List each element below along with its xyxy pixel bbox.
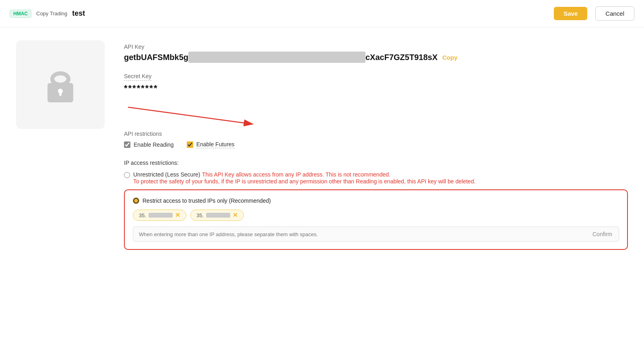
ip-tag-2-remove[interactable]: ✕ [233,212,238,219]
confirm-button[interactable]: Confirm [586,227,619,241]
api-key-prefix: getbUAFSMbk5g [124,53,188,62]
ip-tag-2-prefix: 35. [196,212,204,218]
svg-rect-1 [52,73,68,85]
enable-futures-checkbox[interactable]: Enable Futures [187,141,235,148]
enable-futures-input[interactable] [187,141,193,148]
ip-restrictions-title: IP access restrictions: [124,160,628,166]
save-button[interactable]: Save [554,7,587,20]
header: HMAC Copy Trading test Save Cancel [0,0,644,27]
api-restrictions-label: API restrictions [124,131,628,137]
badge-hmac: HMAC [10,10,31,18]
copy-button[interactable]: Copy [442,54,458,61]
arrow-svg [124,103,261,127]
api-key-section: API Key getbUAFSMbk5g cXacF7GZ5T918sX Co… [124,44,628,63]
recommended-row: Restrict access to trusted IPs only (Rec… [133,197,619,204]
page-title: test [72,9,85,18]
svg-line-5 [128,107,253,124]
api-key-label: API Key [124,44,628,50]
api-key-mask [188,52,365,63]
badge-copy-trading: Copy Trading [36,10,67,17]
lock-icon [44,65,76,104]
unrestricted-label: Unrestricted (Less Secure) [133,171,200,178]
api-key-row: getbUAFSMbk5g cXacF7GZ5T918sX Copy [124,52,628,63]
ip-tag-1-mask [149,213,173,218]
annotation-arrow [124,103,628,127]
ip-tag-1-prefix: 35. [139,212,146,218]
recommended-label: Restrict access to trusted IPs only (Rec… [142,197,271,204]
checkbox-row: Enable Reading Enable Futures [124,141,628,148]
ip-tag-1-remove[interactable]: ✕ [175,212,180,219]
content-area: API Key getbUAFSMbk5g cXacF7GZ5T918sX Co… [124,40,628,250]
ip-restrictions-section: IP access restrictions: Unrestricted (Le… [124,160,628,250]
main-content: API Key getbUAFSMbk5g cXacF7GZ5T918sX Co… [0,27,644,263]
recommended-box: Restrict access to trusted IPs only (Rec… [124,189,628,250]
enable-futures-label: Enable Futures [196,141,235,148]
warning-text-1: This API Key allows access from any IP a… [202,171,390,178]
secret-key-value: ******** [124,83,628,93]
secret-key-label: Secret Key [124,73,151,81]
recommended-radio[interactable] [133,197,139,204]
unrestricted-row: Unrestricted (Less Secure) This API Key … [124,171,628,185]
cancel-button[interactable]: Cancel [595,6,634,21]
lock-icon-area [16,40,105,129]
enable-reading-checkbox[interactable]: Enable Reading [124,141,174,148]
secret-key-section: Secret Key ******** [124,73,628,93]
ip-tag-2-mask [206,213,230,218]
ip-input-row: Confirm [133,226,619,242]
svg-rect-3 [59,91,62,96]
ip-input[interactable] [133,227,586,241]
unrestricted-radio[interactable] [124,172,130,178]
api-restrictions-section: API restrictions Enable Reading Enable F… [124,131,628,148]
enable-reading-label: Enable Reading [134,141,174,148]
warning-text-2: To protect the safety of your funds, if … [133,178,475,185]
api-key-suffix: cXacF7GZ5T918sX [365,53,438,62]
ip-tag-2: 35. ✕ [190,210,244,221]
ip-tag-1: 35. ✕ [133,210,186,221]
unrestricted-info: Unrestricted (Less Secure) This API Key … [133,171,475,185]
enable-reading-input[interactable] [124,141,130,148]
ip-tags-row: 35. ✕ 35. ✕ [133,210,619,221]
